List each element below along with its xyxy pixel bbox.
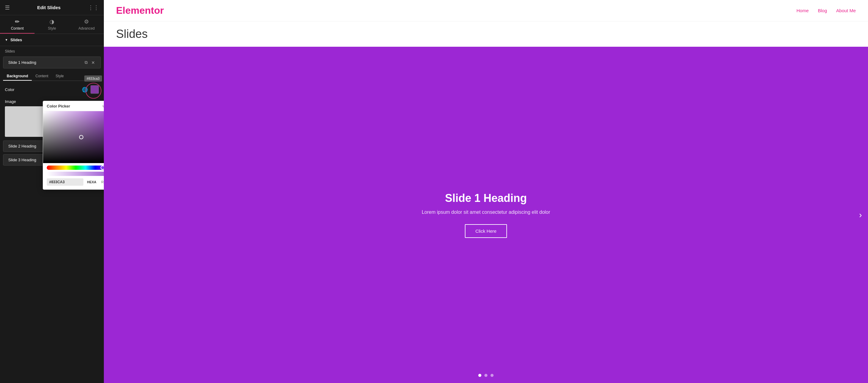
color-hue-slider[interactable] — [47, 165, 104, 170]
slide-3-title: Slide 3 Heading — [8, 158, 36, 162]
grid-icon[interactable]: ⋮⋮ — [88, 4, 99, 11]
slide-content: Slide 1 Heading Lorem ipsum dolor sit am… — [422, 192, 550, 238]
slide-item-1[interactable]: Slide 1 Heading ⧉ ✕ — [3, 57, 101, 68]
color-picker-reset-btn[interactable]: ↺ — [102, 103, 104, 108]
section-slides-header[interactable]: ▼ Slides — [0, 34, 104, 46]
color-tooltip: #833ca3 — [84, 75, 102, 82]
panel-title: Edit Slides — [37, 5, 61, 10]
sub-tab-style[interactable]: Style — [52, 72, 67, 81]
content-tab-icon: ✏ — [15, 18, 20, 25]
color-hex-input[interactable] — [47, 179, 83, 186]
panel-header: ☰ Edit Slides ⋮⋮ — [0, 0, 104, 15]
site-nav: Elementor Home Blog About Me — [104, 0, 868, 21]
site-nav-links: Home Blog About Me — [797, 8, 856, 13]
slide-1-delete-btn[interactable]: ✕ — [91, 60, 96, 66]
color-label: Color — [5, 87, 14, 92]
style-tab-icon: ◑ — [50, 18, 54, 25]
slide-cta-button[interactable]: Click Here — [465, 224, 507, 238]
nav-link-about[interactable]: About Me — [836, 8, 856, 13]
left-panel: ☰ Edit Slides ⋮⋮ ✏ Content ◑ Style ⚙ Adv… — [0, 0, 104, 383]
slide-text: Lorem ipsum dolor sit amet consectetur a… — [422, 210, 550, 215]
slider-dot-3[interactable] — [491, 374, 494, 377]
color-hex-row: HEXA RGBA HSLA — [47, 179, 104, 186]
site-logo: Elementor — [116, 5, 164, 16]
color-picker-popup: Color Picker ↺ + ≡ 🖊 HEXA RGBA HSLA — [43, 101, 104, 190]
slider-next-arrow[interactable]: › — [859, 210, 862, 220]
sub-tab-background[interactable]: Background — [3, 72, 32, 81]
nav-link-home[interactable]: Home — [797, 8, 809, 13]
hamburger-icon[interactable]: ☰ — [5, 4, 10, 11]
page-title: Slides — [116, 28, 856, 41]
slide-1-duplicate-btn[interactable]: ⧉ — [84, 59, 88, 66]
color-gradient-cursor — [79, 135, 83, 139]
slide-1-title: Slide 1 Heading — [8, 60, 36, 65]
color-alpha-slider[interactable] — [47, 172, 104, 176]
tab-content[interactable]: ✏ Content — [0, 15, 34, 34]
slider-dot-1[interactable] — [478, 374, 481, 377]
sub-tab-content[interactable]: Content — [32, 72, 52, 81]
page-title-area: Slides — [104, 21, 868, 47]
section-arrow: ▼ — [5, 38, 8, 41]
tab-advanced[interactable]: ⚙ Advanced — [69, 15, 104, 34]
color-mode-rgba[interactable]: RGBA — [100, 180, 104, 185]
color-swatch[interactable] — [90, 85, 99, 94]
slide-heading: Slide 1 Heading — [422, 192, 550, 204]
image-label: Image — [5, 99, 16, 104]
color-global-icon[interactable]: 🌐 — [82, 87, 88, 93]
slider-dots — [478, 374, 494, 377]
color-hue-thumb — [100, 165, 104, 170]
color-row: Color #833ca3 🌐 — [0, 82, 104, 97]
slider-dot-2[interactable] — [485, 374, 488, 377]
right-area: Elementor Home Blog About Me Slides Slid… — [104, 0, 868, 383]
panel-tabs: ✏ Content ◑ Style ⚙ Advanced — [0, 15, 104, 34]
nav-link-blog[interactable]: Blog — [818, 8, 827, 13]
section-label: Slides — [10, 38, 22, 42]
style-tab-label: Style — [48, 26, 56, 31]
color-controls: #833ca3 🌐 — [82, 85, 99, 94]
tab-style[interactable]: ◑ Style — [34, 15, 69, 34]
advanced-tab-label: Advanced — [79, 26, 95, 31]
advanced-tab-icon: ⚙ — [84, 18, 89, 25]
slider-area: Slide 1 Heading Lorem ipsum dolor sit am… — [104, 47, 868, 383]
color-picker-actions: ↺ + ≡ 🖊 — [102, 103, 104, 108]
color-picker-header: Color Picker ↺ + ≡ 🖊 — [43, 101, 104, 111]
color-gradient-area[interactable] — [43, 111, 104, 163]
slide-1-actions: ⧉ ✕ — [84, 59, 96, 66]
color-picker-title: Color Picker — [47, 104, 70, 108]
content-tab-label: Content — [11, 26, 24, 31]
slide-2-title: Slide 2 Heading — [8, 144, 36, 149]
slides-section-label: Slides — [0, 46, 104, 55]
color-mode-hexa[interactable]: HEXA — [86, 180, 98, 185]
